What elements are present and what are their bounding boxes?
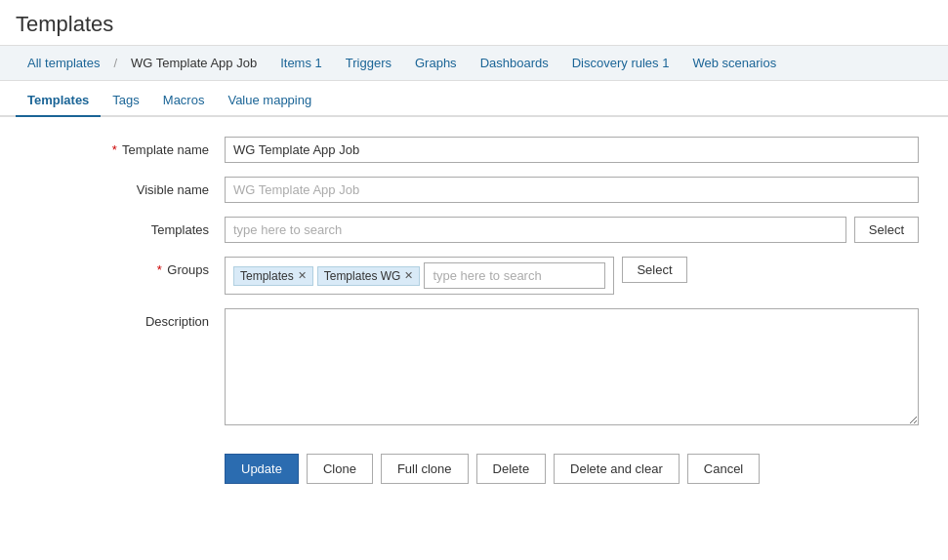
visible-name-label: Visible name [29, 177, 225, 197]
templates-select-button[interactable]: Select [854, 217, 919, 243]
description-row: Description [29, 308, 919, 428]
groups-tags-container[interactable]: Templates ✕ Templates WG ✕ [225, 257, 614, 295]
breadcrumb-separator: / [111, 56, 119, 70]
groups-select-button[interactable]: Select [622, 257, 686, 283]
description-textarea[interactable] [225, 308, 919, 425]
templates-row: Templates Select [29, 217, 919, 243]
delete-button[interactable]: Delete [476, 454, 547, 484]
tab-value-mapping[interactable]: Value mapping [216, 85, 323, 117]
page-header: Templates [0, 0, 948, 46]
full-clone-button[interactable]: Full clone [381, 454, 469, 484]
current-template-label: WG Template App Job [119, 46, 268, 80]
description-control [225, 308, 919, 428]
update-button[interactable]: Update [225, 454, 299, 484]
tag-templates-remove[interactable]: ✕ [298, 270, 307, 281]
groups-label: * Groups [29, 257, 225, 277]
visible-name-row: Visible name [29, 177, 919, 203]
discovery-rules-link[interactable]: Discovery rules 1 [560, 46, 681, 80]
tab-nav: Templates Tags Macros Value mapping [0, 85, 948, 117]
form-container: * Template name Visible name Templates S… [0, 117, 948, 503]
dashboards-link[interactable]: Dashboards [469, 46, 560, 80]
triggers-link[interactable]: Triggers [334, 46, 403, 80]
cancel-button[interactable]: Cancel [687, 454, 760, 484]
groups-row: * Groups Templates ✕ Templates WG ✕ Sele… [29, 257, 919, 295]
visible-name-input[interactable] [225, 177, 919, 203]
template-name-input[interactable] [225, 137, 919, 163]
tag-templates-wg-label: Templates WG [324, 269, 401, 283]
graphs-link[interactable]: Graphs [403, 46, 469, 80]
tag-templates-wg-remove[interactable]: ✕ [404, 270, 413, 281]
tag-templates-label: Templates [240, 269, 294, 283]
top-nav: All templates / WG Template App Job Item… [0, 46, 948, 81]
tag-templates-wg: Templates WG ✕ [317, 266, 421, 286]
page-title: Templates [16, 12, 932, 37]
templates-control: Select [225, 217, 919, 243]
template-name-row: * Template name [29, 137, 919, 163]
items-link[interactable]: Items 1 [268, 46, 334, 80]
groups-search-input[interactable] [424, 262, 605, 289]
template-name-control [225, 137, 919, 163]
tab-templates[interactable]: Templates [16, 85, 101, 117]
clone-button[interactable]: Clone [307, 454, 373, 484]
tag-templates: Templates ✕ [233, 266, 313, 286]
template-name-label: * Template name [29, 137, 225, 157]
web-scenarios-link[interactable]: Web scenarios [680, 46, 788, 80]
templates-input-group: Select [225, 217, 919, 243]
all-templates-link[interactable]: All templates [16, 46, 111, 80]
groups-required-asterisk: * [157, 262, 162, 277]
templates-label: Templates [29, 217, 225, 237]
tab-tags[interactable]: Tags [101, 85, 150, 117]
description-label: Description [29, 308, 225, 329]
groups-input-group: Templates ✕ Templates WG ✕ Select [225, 257, 919, 295]
tab-macros[interactable]: Macros [151, 85, 217, 117]
visible-name-control [225, 177, 919, 203]
groups-control: Templates ✕ Templates WG ✕ Select [225, 257, 919, 295]
required-asterisk: * [112, 142, 117, 157]
templates-search-input[interactable] [225, 217, 846, 243]
form-actions: Update Clone Full clone Delete Delete an… [29, 442, 919, 484]
delete-and-clear-button[interactable]: Delete and clear [554, 454, 680, 484]
